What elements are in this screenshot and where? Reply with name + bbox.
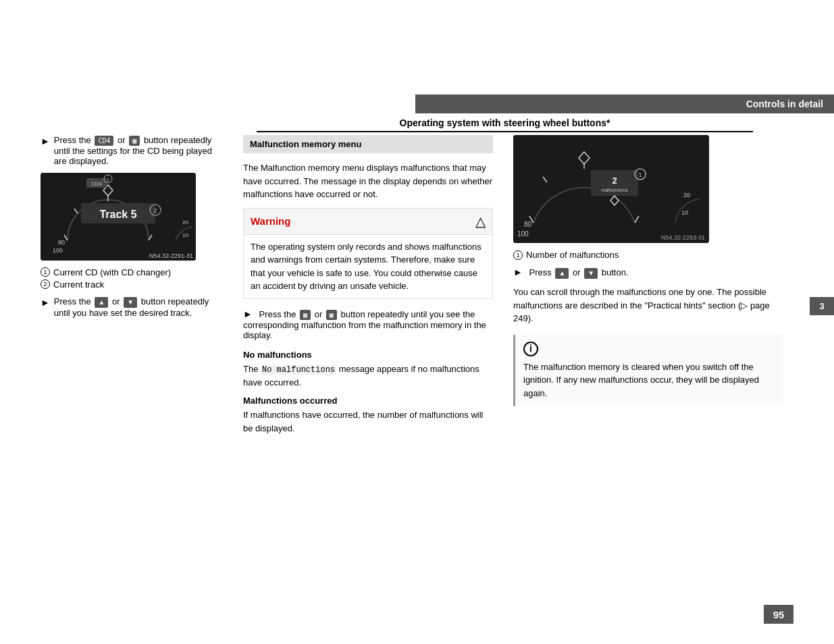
- numbered-item-2: 2 Current track: [41, 279, 219, 290]
- svg-text:100: 100: [53, 247, 63, 254]
- malfunctions-occurred-heading: Malfunctions occurred: [243, 396, 493, 406]
- numbered-item-1: 1 Current CD (with CD changer): [41, 267, 219, 277]
- warning-title: Warning: [251, 215, 290, 227]
- circled-num-1: 1: [41, 267, 50, 277]
- svg-text:1: 1: [638, 171, 642, 178]
- circled-num-right: 1: [513, 250, 523, 260]
- right-press-button-text: Press ▲ or ▼ button.: [529, 267, 628, 277]
- info-box: i The malfunction memory is cleared when…: [513, 335, 783, 407]
- cluster-image-right: 80 100 2 malfunctions 1 20 10 N54.32-225…: [513, 135, 709, 243]
- svg-text:100: 100: [517, 230, 529, 238]
- numbered-item-2-text: Current track: [53, 279, 104, 290]
- svg-text:CD4: CD4: [91, 181, 103, 187]
- malfunction-menu-body: The Malfunction memory menu displays mal…: [243, 161, 493, 201]
- svg-text:20: 20: [683, 192, 690, 198]
- no-malfunctions-heading: No malfunctions: [243, 350, 493, 360]
- svg-text:2: 2: [153, 207, 157, 214]
- numbered-item-1-text: Current CD (with CD changer): [53, 267, 171, 277]
- left-bullet-2: ► Press the ▲ or ▼ button repeatedly unt…: [41, 296, 219, 318]
- warning-header: Warning △: [244, 209, 492, 235]
- left-bullet-1: ► Press the CD4 or ▩ button repeatedly u…: [41, 135, 219, 166]
- controls-label: Controls in detail: [746, 99, 823, 109]
- arrow-icon-1: ►: [41, 136, 50, 146]
- left-bullet-2-text: Press the ▲ or ▼ button repeatedly until…: [54, 296, 219, 318]
- section-title: Operating system with steering wheel but…: [257, 115, 753, 132]
- svg-text:80: 80: [524, 221, 532, 228]
- svg-text:80: 80: [58, 239, 65, 246]
- arrow-icon-right: ►: [513, 267, 523, 277]
- chapter-number: 3: [819, 301, 824, 311]
- right-press-bullet: ► Press ▲ or ▼ button.: [513, 267, 783, 279]
- svg-text:20: 20: [182, 219, 188, 225]
- warning-body: The operating system only records and sh…: [244, 235, 492, 298]
- arrow-icon-2: ►: [41, 297, 50, 308]
- svg-text:1: 1: [107, 178, 109, 182]
- section-title-text: Operating system with steering wheel but…: [400, 117, 610, 128]
- no-malfunctions-code: No malfunctions: [261, 365, 336, 375]
- svg-text:10: 10: [681, 209, 688, 216]
- svg-text:10: 10: [182, 232, 188, 238]
- warning-box: Warning △ The operating system only reco…: [243, 208, 493, 299]
- page-number: 95: [764, 605, 793, 624]
- caption-code-right: N54.32-2253-31: [661, 234, 705, 241]
- warning-triangle-icon: △: [475, 213, 486, 230]
- num-malfunctions-label: Number of malfunctions: [526, 250, 619, 260]
- circled-num-2: 2: [41, 279, 50, 289]
- caption-code-left: N54.32-2291-31: [149, 252, 193, 259]
- malfunctions-occurred-body: If malfunctions have occurred, the numbe…: [243, 408, 493, 435]
- left-bullet-1-text: Press the CD4 or ▩ button repeatedly unt…: [54, 135, 219, 166]
- info-text: The malfunction memory is cleared when y…: [523, 360, 775, 400]
- num-malfunctions-line: 1 Number of malfunctions: [513, 250, 783, 260]
- chapter-tab: 3: [810, 297, 834, 315]
- malfunction-menu-box: Malfunction memory menu: [243, 135, 493, 153]
- info-icon: i: [523, 342, 538, 356]
- svg-text:Track 5: Track 5: [99, 209, 136, 220]
- numbered-list: 1 Current CD (with CD changer) 2 Current…: [41, 267, 219, 290]
- right-column: 80 100 2 malfunctions 1 20 10 N54.32-225…: [513, 135, 783, 406]
- svg-text:malfunctions: malfunctions: [601, 188, 628, 192]
- middle-column: Malfunction memory menu The Malfunction …: [243, 135, 493, 441]
- cluster-image-left: 80 100 Track 5 2 20 10 CD4 1 N54.32-2291…: [41, 173, 196, 261]
- arrow-icon-mid: ►: [243, 308, 253, 319]
- svg-text:2: 2: [612, 176, 617, 186]
- no-malfunctions-body: The No malfunctions message appears if n…: [243, 363, 493, 390]
- mid-press-bullet-text: Press the ▩ or ▩ button repeatedly until…: [243, 309, 486, 340]
- left-column: ► Press the CD4 or ▩ button repeatedly u…: [41, 135, 219, 325]
- scroll-text: You can scroll through the malfunctions …: [513, 286, 783, 325]
- mid-press-bullet: ► Press the ▩ or ▩ button repeatedly unt…: [243, 308, 493, 340]
- malfunction-menu-title: Malfunction memory menu: [250, 139, 486, 149]
- header-bar: Controls in detail: [415, 95, 834, 113]
- page-number-text: 95: [773, 609, 785, 620]
